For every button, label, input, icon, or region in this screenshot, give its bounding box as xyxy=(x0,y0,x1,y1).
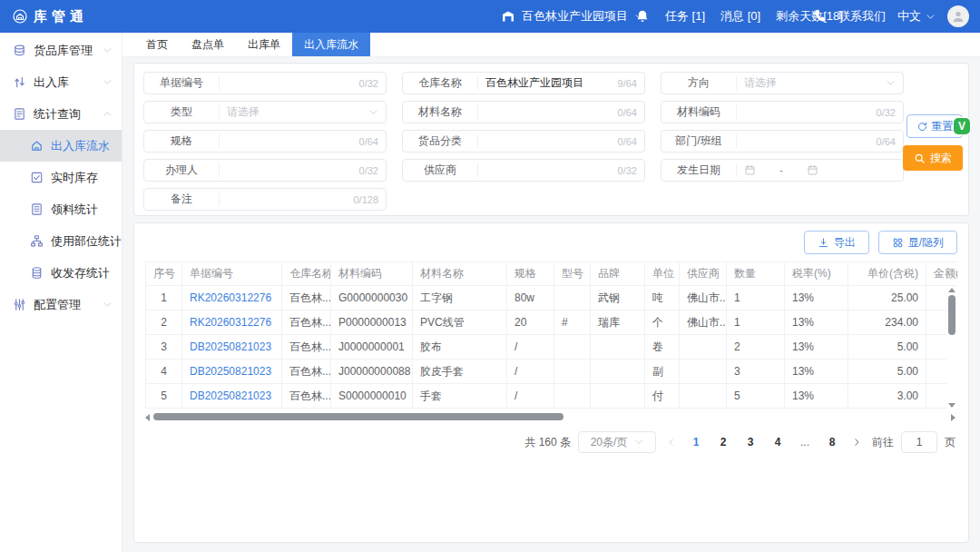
document-number-link[interactable]: DB20250821023 xyxy=(182,384,282,409)
reset-button[interactable]: 重置 V xyxy=(906,114,963,138)
table-cell: P0000000013 xyxy=(331,310,413,335)
field-label: 供应商 xyxy=(403,163,477,178)
scroll-up-arrow-icon[interactable] xyxy=(948,288,956,292)
tasks-link[interactable]: 任务 [1] xyxy=(665,8,705,25)
select-field[interactable]: 请选择 xyxy=(220,104,386,120)
select-field[interactable]: 请选择 xyxy=(737,75,903,91)
text-input-field[interactable]: 0/64 xyxy=(478,107,644,118)
form-field-1: 仓库名称百色林业产业园项目9/64 xyxy=(402,72,645,94)
form-field-9: 办理人0/32 xyxy=(143,159,387,182)
form-field-12: 备注0/128 xyxy=(143,188,387,211)
table-cell: 胶皮手套 xyxy=(413,360,507,384)
table-cell: 胶布 xyxy=(413,335,507,360)
form-field-10: 供应商0/32 xyxy=(402,159,645,182)
document-number-link[interactable]: RK20260312276 xyxy=(182,286,282,310)
text-input-field[interactable]: 0/64 xyxy=(478,136,644,147)
field-label: 仓库名称 xyxy=(403,75,477,91)
vertical-scroll-thumb[interactable] xyxy=(948,295,956,335)
chevron-down-icon xyxy=(103,77,113,87)
tab-3[interactable]: 出入库流水 xyxy=(292,33,370,56)
scroll-left-arrow-icon[interactable] xyxy=(145,414,150,421)
text-input-field[interactable]: 0/32 xyxy=(478,165,644,176)
scroll-right-arrow-icon[interactable] xyxy=(951,414,956,421)
goto-page-input[interactable]: 1 xyxy=(901,431,937,453)
tab-1[interactable]: 盘点单 xyxy=(180,33,236,56)
page-button-3[interactable]: 3 xyxy=(741,436,760,448)
table-cell: 5.00 xyxy=(848,335,926,360)
grid-icon xyxy=(892,237,904,249)
sidebar-item-0[interactable]: 货品库管理 xyxy=(0,34,122,66)
phone-icon xyxy=(812,9,827,24)
language-selector[interactable]: 中文 xyxy=(897,8,936,25)
page-button-1[interactable]: 1 xyxy=(687,436,705,448)
scroll-down-arrow-icon[interactable] xyxy=(948,403,956,408)
page-button-8[interactable]: 8 xyxy=(823,436,841,448)
field-label: 发生日期 xyxy=(662,163,736,178)
table-cell: 2 xyxy=(146,310,182,335)
table-cell xyxy=(591,360,645,384)
total-count-label: 共 160 条 xyxy=(524,435,571,450)
search-button[interactable]: 搜索 xyxy=(903,145,963,171)
text-input-field[interactable]: 百色林业产业园项目9/64 xyxy=(478,75,644,91)
messages-link[interactable]: 消息 [0] xyxy=(720,8,760,25)
sidebar: 货品库管理出入库统计查询出入库流水实时库存领料统计使用部位统计收发存统计配置管理 xyxy=(0,33,122,552)
field-label: 规格 xyxy=(144,133,219,149)
vertical-scrollbar[interactable] xyxy=(946,286,957,410)
char-counter: 0/32 xyxy=(871,107,896,118)
app-title: 库管通 xyxy=(34,8,88,25)
table-cell: 百色林... xyxy=(282,335,331,360)
next-page-button[interactable] xyxy=(848,438,865,447)
sidebar-item-5[interactable]: 领料统计 xyxy=(0,193,122,225)
chevron-down-icon xyxy=(103,300,113,310)
date-range-field[interactable]: - xyxy=(737,164,903,177)
text-input-field[interactable]: 0/128 xyxy=(220,194,386,205)
sidebar-item-8[interactable]: 配置管理 xyxy=(0,289,122,320)
page-size-value: 20条/页 xyxy=(591,435,628,450)
export-button[interactable]: 导出 xyxy=(804,231,869,254)
horizontal-scroll-thumb[interactable] xyxy=(153,413,564,420)
column-header: 型号 xyxy=(554,262,591,286)
table-cell: 25.00 xyxy=(848,286,926,310)
table-cell: 4 xyxy=(146,360,182,384)
tab-bar: 首页盘点单出库单出入库流水 xyxy=(122,33,980,57)
document-number-link[interactable]: DB20250821023 xyxy=(182,360,282,384)
horizontal-scrollbar[interactable] xyxy=(145,412,957,422)
table-row: 3DB20250821023百色林...J0000000001胶布/卷213%5… xyxy=(146,335,958,360)
text-input-field[interactable]: 0/32 xyxy=(220,165,386,176)
sidebar-item-6[interactable]: 使用部位统计 xyxy=(0,225,122,257)
sidebar-item-4[interactable]: 实时库存 xyxy=(0,162,122,193)
sidebar-item-7[interactable]: 收发存统计 xyxy=(0,257,122,289)
document-number-link[interactable]: DB20250821023 xyxy=(182,335,282,360)
project-selector[interactable]: 百色林业产业园项目 xyxy=(501,8,644,25)
page-button-2[interactable]: 2 xyxy=(714,436,732,448)
avatar[interactable] xyxy=(947,5,969,27)
warehouse-icon xyxy=(501,9,515,24)
table-row: 1RK20260312276百色林...G0000000030工字钢80w武钢吨… xyxy=(146,286,958,310)
text-input-field[interactable]: 0/64 xyxy=(737,136,903,147)
page-button-4[interactable]: 4 xyxy=(769,436,787,448)
extension-badge: V xyxy=(954,118,970,134)
show-hide-columns-button[interactable]: 显/隐列 xyxy=(878,231,957,254)
text-input-field[interactable]: 0/64 xyxy=(220,136,386,147)
table-cell: 3.00 xyxy=(848,384,926,409)
table-cell: 吨 xyxy=(645,286,680,310)
prev-page-button[interactable] xyxy=(663,438,680,447)
tab-0[interactable]: 首页 xyxy=(134,33,180,56)
sidebar-item-2[interactable]: 统计查询 xyxy=(0,98,122,130)
language-label: 中文 xyxy=(897,8,921,25)
sidebar-item-3[interactable]: 出入库流水 xyxy=(0,130,122,162)
tab-2[interactable]: 出库单 xyxy=(236,33,292,56)
column-header: 供应商 xyxy=(680,262,727,286)
contact-link[interactable]: 联系我们 xyxy=(838,8,886,25)
chevron-left-icon xyxy=(667,438,676,447)
table-cell: 工字钢 xyxy=(413,286,507,310)
sidebar-item-label: 收发存统计 xyxy=(51,265,113,281)
table-cell: / xyxy=(507,335,554,360)
page-size-select[interactable]: 20条/页 xyxy=(578,431,656,453)
bell-icon[interactable] xyxy=(635,9,650,24)
select-placeholder: 请选择 xyxy=(227,104,260,120)
sidebar-item-1[interactable]: 出入库 xyxy=(0,66,122,98)
document-number-link[interactable]: RK20260312276 xyxy=(182,310,282,335)
text-input-field[interactable]: 0/32 xyxy=(737,107,903,118)
text-input-field[interactable]: 0/32 xyxy=(220,78,386,89)
